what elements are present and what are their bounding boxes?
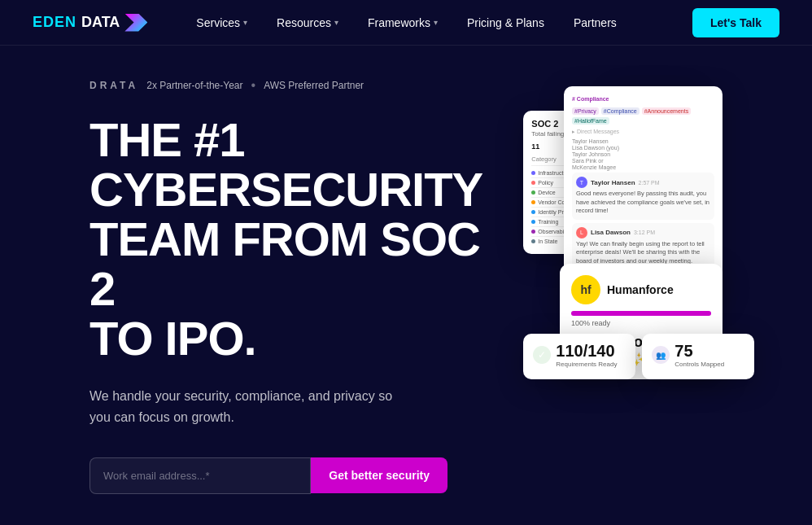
nav-cta-button[interactable]: Let's Talk	[692, 8, 779, 37]
get-better-security-button[interactable]: Get better security	[311, 457, 447, 493]
badge-text2: AWS Preferred Partner	[264, 80, 364, 91]
controls-card: 👥 75 Controls Mapped	[642, 334, 754, 379]
controls-number: 75	[674, 342, 724, 361]
chat-time1: 2:57 PM	[639, 180, 660, 186]
requirements-label: Requirements Ready	[556, 361, 617, 368]
cta-row: Get better security	[89, 457, 447, 494]
chevron-down-icon: ▾	[334, 18, 338, 27]
hero-subtext: We handle your security, compliance, and…	[89, 386, 415, 427]
humanforce-progress-bar-bg	[571, 311, 711, 316]
email-input[interactable]	[89, 457, 311, 494]
controls-icon: 👥	[652, 346, 670, 364]
humanforce-logo: hf	[571, 275, 600, 304]
chevron-down-icon: ▾	[434, 18, 438, 27]
compliance-tags: #Privacy #Compliance #Announcements #Hal…	[572, 107, 714, 125]
controls-label: Controls Mapped	[674, 361, 724, 368]
requirements-card: ✓ 110/140 Requirements Ready	[523, 334, 635, 379]
nav-resources[interactable]: Resources ▾	[277, 16, 338, 29]
direct-messages-label: ▸ Direct Messages	[572, 129, 714, 135]
badge-text1: 2x Partner-of-the-Year	[146, 80, 242, 91]
humanforce-pct: 100% ready	[571, 319, 711, 327]
avatar: T	[576, 177, 587, 188]
navbar: EDEN DATA Services ▾ Resources ▾ Framewo…	[0, 0, 812, 46]
chat-text1: Good news everyone! By passing this audi…	[576, 190, 710, 216]
chat-user1: Taylor Hansen	[591, 179, 635, 186]
chat-message-2: L Lisa Dawson 3:12 PM Yay! We can finall…	[572, 223, 714, 270]
humanforce-progress-bar-fill	[571, 311, 711, 316]
drata-logo: DRATA	[89, 80, 138, 91]
chat-text2: Yay! We can finally begin using the repo…	[576, 240, 710, 266]
logo[interactable]: EDEN DATA	[33, 14, 147, 32]
hero-right-mockup: SOC 2 Total failing tests 11 +14% Catego…	[515, 78, 723, 387]
hero-heading: THE #1 CYBERSECURITY TEAM FROM SOC 2 TO …	[89, 116, 482, 363]
logo-eden: EDEN	[33, 14, 76, 31]
bottom-cards-row: ✓ 110/140 Requirements Ready 👥 75 Contro…	[523, 334, 754, 379]
nav-links: Services ▾ Resources ▾ Frameworks ▾ Pric…	[196, 8, 779, 37]
category-header: Category	[531, 155, 556, 163]
hero-left: DRATA 2x Partner-of-the-Year • AWS Prefe…	[89, 78, 482, 494]
hero-section: DRATA 2x Partner-of-the-Year • AWS Prefe…	[0, 46, 812, 525]
nav-pricing[interactable]: Pricing & Plans	[467, 16, 544, 29]
humanforce-header: hf Humanforce	[571, 275, 711, 304]
chat-time2: 3:12 PM	[634, 230, 655, 235]
drata-badge: DRATA 2x Partner-of-the-Year • AWS Prefe…	[89, 78, 482, 93]
badge-separator: •	[251, 78, 256, 93]
nav-services[interactable]: Services ▾	[196, 16, 247, 29]
soc2-count: 11	[531, 142, 539, 151]
chevron-down-icon: ▾	[243, 18, 247, 27]
humanforce-name: Humanforce	[607, 283, 674, 296]
avatar: L	[576, 227, 587, 238]
nav-partners[interactable]: Partners	[574, 16, 617, 29]
requirements-number: 110/140	[556, 342, 617, 361]
chat-title: # Compliance	[572, 94, 714, 103]
chat-user2: Lisa Dawson	[591, 229, 631, 236]
check-icon: ✓	[533, 346, 551, 364]
logo-icon	[124, 14, 147, 32]
chat-message-1: T Taylor Hansen 2:57 PM Good news everyo…	[572, 173, 714, 220]
logo-data: DATA	[81, 14, 120, 31]
dm-list: Taylor Hansen Lisa Dawson (you) Taylor J…	[572, 138, 714, 170]
nav-frameworks[interactable]: Frameworks ▾	[368, 16, 438, 29]
